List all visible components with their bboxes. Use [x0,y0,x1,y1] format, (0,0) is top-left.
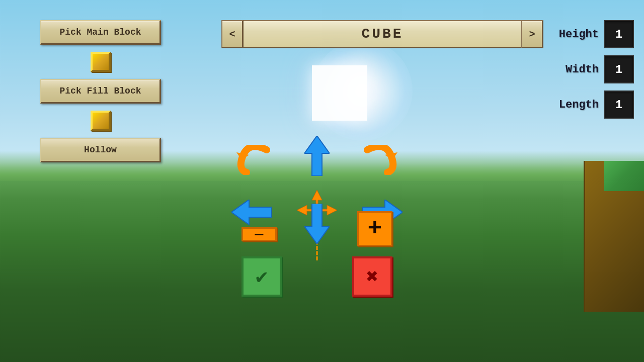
increase-button[interactable]: + [357,211,392,246]
pick-main-block-button[interactable]: Pick Main Block [40,20,161,45]
width-row: Width 1 [558,55,634,83]
cancel-icon: ✖ [366,264,378,289]
movement-controls: ✛ — + ✔ ✖ [231,136,403,297]
hollow-button[interactable]: Hollow [40,138,161,162]
length-label: Length [558,99,599,111]
next-shape-button[interactable]: > [521,20,543,48]
confirm-icon: ✔ [256,264,268,289]
height-value: 1 [604,20,634,48]
fill-block-icon [91,111,111,131]
length-value: 1 [604,90,634,119]
shape-preview [312,65,367,121]
svg-marker-8 [304,204,330,244]
main-block-icon [91,52,111,72]
shape-label: CUBE [244,20,521,48]
move-down-button[interactable] [304,204,330,246]
length-row: Length 1 [558,90,634,119]
svg-marker-0 [304,136,330,176]
svg-marker-3 [231,200,272,225]
pick-fill-block-button[interactable]: Pick Fill Block [40,79,161,104]
move-up-button[interactable] [304,136,330,178]
rotate-right-button[interactable] [362,145,397,177]
shape-selector: < CUBE > [221,20,543,48]
width-value: 1 [604,55,634,83]
height-row: Height 1 [558,20,634,48]
right-block-green [604,161,644,191]
dimensions-panel: Height 1 Width 1 Length 1 [558,20,634,119]
prev-shape-button[interactable]: < [221,20,244,48]
cancel-button[interactable]: ✖ [352,256,392,297]
confirm-button[interactable]: ✔ [242,256,282,297]
left-panel: Pick Main Block Pick Fill Block Hollow [40,20,161,162]
height-label: Height [558,28,599,41]
decrease-button[interactable]: — [242,227,277,241]
width-label: Width [558,63,599,76]
rotate-left-button[interactable] [236,145,272,177]
move-left-button[interactable] [231,200,272,227]
